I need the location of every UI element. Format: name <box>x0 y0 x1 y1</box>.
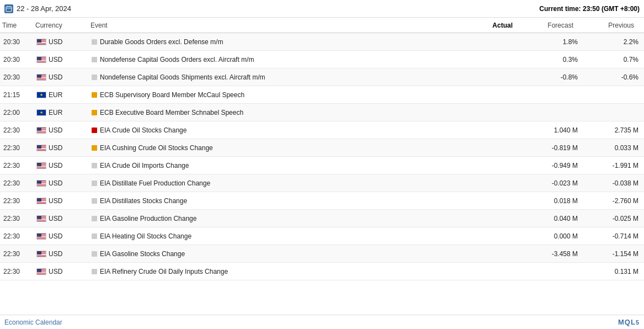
cell-time: 22:30 <box>2 266 35 278</box>
us-flag-icon <box>36 74 46 81</box>
us-flag-icon <box>36 251 46 257</box>
col-time: Time <box>2 22 35 29</box>
col-previous: Previous <box>573 22 634 29</box>
cell-forecast: -0.819 M <box>520 142 581 154</box>
event-text: EIA Gasoline Stocks Change <box>100 250 185 258</box>
col-forecast: Forecast <box>513 22 573 29</box>
cell-currency: USD <box>35 177 91 189</box>
cell-actual <box>460 128 520 132</box>
cell-previous <box>581 93 642 97</box>
cell-forecast: -0.023 M <box>520 177 581 189</box>
currency-text: USD <box>49 126 62 134</box>
table-row: 20:30USDNondefense Capital Goods Orders … <box>0 51 644 68</box>
currency-text: USD <box>49 250 62 258</box>
cell-event: EIA Refinery Crude Oil Daily Inputs Chan… <box>91 266 460 278</box>
cell-currency: USD <box>35 195 91 207</box>
cell-actual <box>460 110 520 115</box>
mql5-logo-text: MQL <box>618 318 636 326</box>
cell-time: 21:15 <box>2 89 35 101</box>
priority-dot <box>92 75 97 80</box>
currency-text: USD <box>49 215 62 222</box>
cell-currency: USD <box>35 124 91 136</box>
cell-time: 22:30 <box>2 230 35 242</box>
cell-actual <box>460 93 520 97</box>
cell-time: 22:30 <box>2 124 35 136</box>
cell-forecast: 0.018 M <box>520 195 581 207</box>
priority-dot <box>92 145 97 151</box>
svg-rect-0 <box>6 7 12 12</box>
priority-dot <box>92 181 97 186</box>
cell-event: EIA Crude Oil Imports Change <box>91 160 460 172</box>
cell-currency: USD <box>35 248 91 260</box>
cell-previous <box>581 110 642 115</box>
currency-text: USD <box>49 162 62 169</box>
cell-currency: USD <box>35 213 91 225</box>
cell-event: EIA Heating Oil Stocks Change <box>91 230 460 242</box>
cell-time: 22:30 <box>2 160 35 172</box>
us-flag-icon <box>36 215 46 222</box>
cell-actual <box>460 216 520 221</box>
cell-time: 22:30 <box>2 142 35 154</box>
cell-event: Nondefense Capital Goods Shipments excl.… <box>91 71 460 83</box>
cell-currency: USD <box>35 36 91 48</box>
table-row: 22:30USDEIA Distillate Fuel Production C… <box>0 174 644 192</box>
priority-dot <box>92 92 97 98</box>
cell-time: 22:30 <box>2 195 35 207</box>
us-flag-icon <box>36 268 46 275</box>
cell-event: ECB Executive Board Member Schnabel Spee… <box>91 107 460 119</box>
priority-dot <box>92 128 97 133</box>
table-body[interactable]: 20:30USDDurable Goods Orders excl. Defen… <box>0 33 644 315</box>
us-flag-icon <box>36 180 46 187</box>
priority-dot <box>92 110 97 115</box>
us-flag-icon <box>36 127 46 134</box>
cell-previous: 0.7% <box>581 54 642 66</box>
table-row: 22:30USDEIA Gasoline Production Change0.… <box>0 210 644 227</box>
cell-actual <box>460 146 520 150</box>
cell-forecast <box>520 110 581 115</box>
cell-currency: EUR <box>35 107 91 119</box>
currency-text: USD <box>49 197 62 205</box>
cell-forecast: -3.458 M <box>520 248 581 260</box>
cell-forecast: 0.000 M <box>520 230 581 242</box>
economic-calendar-link[interactable]: Economic Calendar <box>4 319 62 326</box>
cell-actual <box>460 269 520 274</box>
us-flag-icon <box>36 145 46 151</box>
cell-time: 20:30 <box>2 71 35 83</box>
event-text: ECB Supervisory Board Member McCaul Spee… <box>100 91 244 99</box>
cell-event: Nondefense Capital Goods Orders excl. Ai… <box>91 54 460 66</box>
current-time: Current time: 23:50 (GMT +8:00) <box>539 5 640 13</box>
priority-dot <box>92 269 97 274</box>
currency-text: EUR <box>49 109 62 116</box>
cell-forecast: 0.3% <box>520 54 581 66</box>
cell-forecast: 0.040 M <box>520 213 581 225</box>
event-text: Nondefense Capital Goods Shipments excl.… <box>100 73 265 81</box>
table-row: 22:30USDEIA Gasoline Stocks Change-3.458… <box>0 245 644 263</box>
cell-currency: USD <box>35 160 91 172</box>
event-text: EIA Heating Oil Stocks Change <box>100 232 191 240</box>
cell-forecast: -0.949 M <box>520 160 581 172</box>
cell-previous: 2.2% <box>581 36 642 48</box>
cell-currency: USD <box>35 142 91 154</box>
cell-previous: -1.154 M <box>581 248 642 260</box>
table-row: 20:30USDNondefense Capital Goods Shipmen… <box>0 68 644 86</box>
cell-event: EIA Distillate Fuel Production Change <box>91 177 460 189</box>
current-time-value: 23:50 (GMT +8:00) <box>583 5 640 13</box>
cell-actual <box>460 40 520 44</box>
date-range: 22 - 28 Apr, 2024 <box>17 4 71 13</box>
cell-forecast <box>520 93 581 97</box>
cell-forecast: -0.8% <box>520 71 581 83</box>
cell-previous: -0.025 M <box>581 213 642 225</box>
us-flag-icon <box>36 198 46 204</box>
currency-text: EUR <box>49 91 62 99</box>
cell-currency: USD <box>35 230 91 242</box>
cell-event: ECB Supervisory Board Member McCaul Spee… <box>91 89 460 101</box>
calendar-icon <box>4 4 13 13</box>
eu-flag-icon <box>36 92 46 98</box>
cell-time: 20:30 <box>2 54 35 66</box>
priority-dot <box>92 57 97 62</box>
footer-bar: Economic Calendar MQL5 <box>0 315 644 329</box>
cell-event: Durable Goods Orders excl. Defense m/m <box>91 36 460 48</box>
cell-time: 22:30 <box>2 213 35 225</box>
cell-actual <box>460 252 520 256</box>
event-text: EIA Crude Oil Stocks Change <box>100 126 187 134</box>
